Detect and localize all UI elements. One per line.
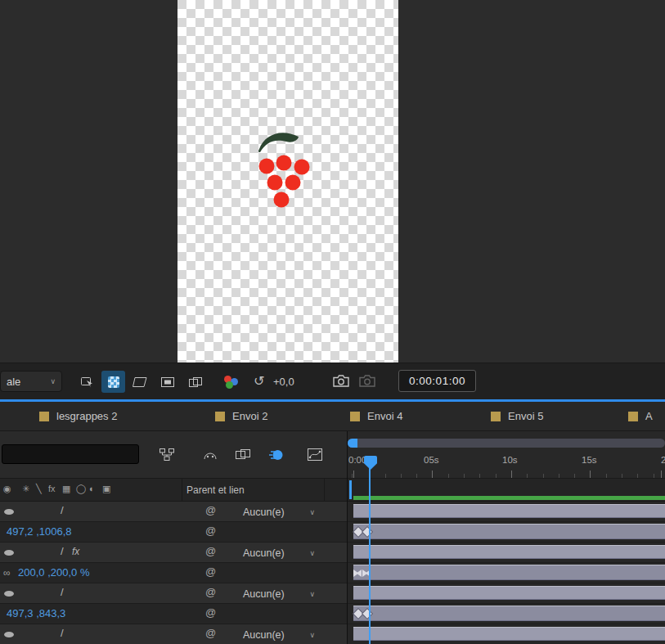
parent-dropdown[interactable]: Aucun(e) ∨ [243,627,315,642]
position-value[interactable]: 497,2 ,1006,8 [7,525,72,538]
current-time-display[interactable]: 0:00:01:00 [398,370,476,392]
tab-label: A [645,410,653,422]
graph-editor-button[interactable] [303,445,326,464]
pickwhip-icon[interactable]: @ [205,504,216,516]
pickwhip-icon[interactable]: @ [205,586,216,598]
timeline-tabs-bar: lesgrappes 2 Envoi 2 Envoi 4 Envoi 5 A [0,402,665,431]
shy-icon [203,449,218,461]
parent-dropdown[interactable]: Aucun(e) ∨ [243,504,315,520]
pickwhip-icon[interactable]: @ [205,525,216,537]
timeline-panel: ◉ ✳ ╲ fx ▦ ◯ ◐ ▣ Parent et lien / @ Aucu… [0,431,665,644]
av-features-icon[interactable]: ◉ [3,484,11,494]
property-row-position[interactable]: 497,3 ,843,3 @ [0,604,347,624]
adjustment-layer-column-icon[interactable]: ◐ [89,484,95,493]
comp-color-icon [628,412,638,421]
quality-icon[interactable]: / [61,504,64,516]
eye-icon[interactable] [4,509,14,515]
layer-duration-bar[interactable] [353,504,665,518]
ruler-label: 15s [582,455,597,465]
tab-lesgrappes-2[interactable]: lesgrappes 2 [39,402,117,430]
eye-icon[interactable] [4,591,14,597]
reset-exposure-icon[interactable]: ↺ [254,373,264,389]
eye-icon[interactable] [4,632,14,637]
parent-link-column-label: Parent et lien [186,484,245,496]
link-icon[interactable]: ∞ [3,567,11,579]
guides-safe-areas-button[interactable] [155,371,179,393]
tab-envoi-5[interactable]: Envoi 5 [491,402,543,430]
grape-berry [259,159,275,174]
shy-column-icon[interactable]: ✳ [22,484,29,494]
layer-row[interactable]: / @ Aucun(e) ∨ [0,583,347,604]
pixel-aspect-icon [188,376,203,388]
chevron-down-icon: ∨ [309,590,315,598]
column-divider[interactable] [324,479,325,501]
exposure-value[interactable]: +0,0 [273,376,294,388]
property-track-row [348,604,665,624]
timeline-column-header: ◉ ✳ ╲ fx ▦ ◯ ◐ ▣ Parent et lien [0,479,347,502]
composition-canvas[interactable] [177,0,398,363]
show-channels-button[interactable] [219,371,243,393]
layer-row[interactable]: / @ Aucun(e) ∨ [0,624,347,644]
tab-envoi-4[interactable]: Envoi 4 [350,402,402,430]
tab-label: Envoi 2 [232,410,267,422]
layer-track-row [348,502,665,522]
resolution-dropdown[interactable]: ale ∨ [0,371,62,392]
layer-selector-button[interactable] [75,371,99,393]
fx-column-icon[interactable]: fx [48,484,56,493]
playhead-line [369,464,371,644]
pixel-aspect-button[interactable] [183,371,207,393]
search-input[interactable] [2,444,139,464]
shy-toggle-button[interactable] [199,445,222,464]
layer-track-row [348,624,665,644]
layer-track-row [348,543,665,563]
pickwhip-icon[interactable]: @ [205,545,216,557]
tab-label: Envoi 5 [508,410,543,422]
region-of-interest-button[interactable] [128,371,151,393]
frame-blending-toggle-button[interactable] [231,445,254,464]
time-navigator[interactable] [348,439,665,448]
snapshot-ghost-icon [358,374,376,388]
ruler-label: 2 [661,455,665,465]
eye-icon[interactable] [4,550,14,556]
layer-duration-bar[interactable] [353,565,665,580]
show-snapshot-button[interactable] [358,374,376,388]
work-area-start-handle[interactable] [349,480,352,499]
time-ruler[interactable]: 0:00 05s 10s 15s 2 [348,451,665,478]
quality-icon[interactable]: / [61,545,64,557]
property-row-position[interactable]: 497,2 ,1006,8 @ [0,522,347,543]
motion-blur-column-icon[interactable]: ◯ [76,484,86,494]
cube-3d-column-icon[interactable]: ▣ [102,484,110,494]
motion-blur-toggle-button[interactable] [264,445,287,464]
take-snapshot-button[interactable] [332,374,350,388]
quality-icon[interactable]: / [61,586,64,598]
layer-duration-bar[interactable] [353,545,665,559]
time-navigator-handle[interactable] [348,439,357,448]
layer-row[interactable]: / fx @ Aucun(e) ∨ [0,543,347,563]
tab-partial[interactable]: A [628,402,653,430]
pickwhip-icon[interactable]: @ [205,606,216,619]
layer-duration-bar[interactable] [353,606,665,621]
quality-icon[interactable]: / [61,627,64,639]
layer-duration-bar[interactable] [353,586,665,600]
pickwhip-icon[interactable]: @ [205,565,216,578]
frame-blend-column-icon[interactable]: ▦ [62,484,70,494]
major-tick [511,471,512,478]
tab-envoi-2[interactable]: Envoi 2 [215,402,267,430]
layer-duration-bar[interactable] [353,524,665,539]
property-row-scale[interactable]: ∞ 200,0 ,200,0 % @ [0,563,347,583]
column-divider[interactable] [182,479,182,501]
parent-dropdown[interactable]: Aucun(e) ∨ [243,545,315,561]
tab-label: Envoi 4 [367,410,402,422]
quality-column-icon[interactable]: ╲ [36,484,42,494]
position-value[interactable]: 497,3 ,843,3 [7,607,65,619]
grape-berry [294,160,310,175]
layer-row[interactable]: / @ Aucun(e) ∨ [0,502,347,522]
fx-badge[interactable]: fx [72,546,79,557]
pickwhip-icon[interactable]: @ [205,627,216,639]
scale-value[interactable]: 200,0 ,200,0 % [18,566,89,579]
layer-track-row [348,583,665,604]
comp-mini-flowchart-button[interactable] [155,445,178,464]
parent-dropdown[interactable]: Aucun(e) ∨ [243,586,315,601]
layer-duration-bar[interactable] [353,627,665,641]
transparency-grid-button[interactable] [101,371,125,393]
